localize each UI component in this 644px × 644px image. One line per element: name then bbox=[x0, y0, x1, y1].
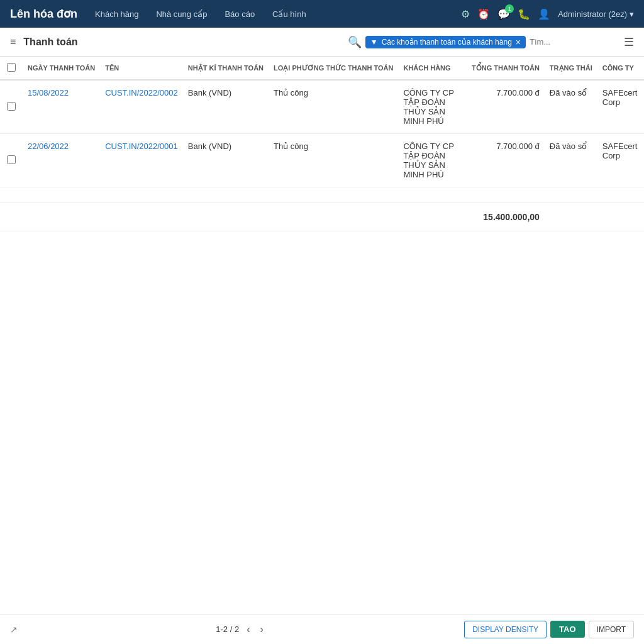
row-journal: Bank (VND) bbox=[183, 80, 269, 134]
prev-page-button[interactable]: ‹ bbox=[244, 624, 252, 635]
row-customer: CÔNG TY CP TẬP ĐOÀN THỦY SẢN MINH PHÚ bbox=[398, 134, 467, 187]
clock-icon[interactable]: ⏰ bbox=[477, 8, 490, 20]
total-amount-cell: 15.400.000,00 bbox=[467, 203, 545, 231]
user-icon[interactable]: 👤 bbox=[538, 8, 550, 20]
total-label-cell bbox=[0, 203, 467, 231]
search-button[interactable]: 🔍 bbox=[348, 35, 362, 49]
expand-icon[interactable]: ↗ bbox=[10, 625, 18, 635]
row-status: Đã vào sổ bbox=[545, 134, 597, 187]
table-row[interactable]: 15/08/2022 CUST.IN/2022/0002 Bank (VND) … bbox=[0, 80, 644, 134]
funnel-icon: ▼ bbox=[370, 38, 378, 47]
filter-close-button[interactable]: × bbox=[516, 38, 521, 47]
nav-item-khach-hang[interactable]: Khách hàng bbox=[92, 9, 141, 19]
header-company: CÔNG TY bbox=[597, 57, 644, 80]
chat-icon[interactable]: 💬 1 bbox=[497, 8, 510, 20]
next-page-button[interactable]: › bbox=[257, 624, 265, 635]
create-button[interactable]: TAO bbox=[550, 621, 584, 638]
nav-item-cau-hinh[interactable]: Cấu hình bbox=[270, 9, 309, 19]
header-journal: NHẬT KÍ THANH TOÁN bbox=[183, 57, 269, 80]
bug-icon[interactable]: 🐛 bbox=[518, 8, 530, 20]
row-journal: Bank (VND) bbox=[183, 134, 269, 187]
search-area: 🔍 ▼ Các khoản thanh toán của khách hàng … bbox=[348, 35, 634, 49]
total-row: 15.400.000,00 bbox=[0, 203, 644, 231]
header-customer: KHÁCH HÀNG bbox=[398, 57, 467, 80]
table-header-row: NGÀY THANH TOÁN TÊN NHẬT KÍ THANH TOÁN L… bbox=[0, 57, 644, 80]
gear-icon[interactable]: ⚙ bbox=[461, 8, 470, 20]
app-brand: Lên hóa đơn bbox=[10, 7, 77, 21]
row-date: 15/08/2022 bbox=[23, 80, 100, 134]
row-status: Đã vào sổ bbox=[545, 80, 597, 134]
separator-row bbox=[0, 187, 644, 203]
footer-left: ↗ bbox=[10, 625, 18, 635]
user-label: Administrator (2ez) bbox=[558, 9, 627, 19]
row-check-cell bbox=[0, 80, 23, 134]
payments-table: NGÀY THANH TOÁN TÊN NHẬT KÍ THANH TOÁN L… bbox=[0, 57, 644, 231]
header-method: LOẠI PHƯƠNG THỨC THANH TOÁN bbox=[269, 57, 398, 80]
filter-tag-text: Các khoản thanh toán của khách hàng bbox=[382, 38, 512, 47]
filter-tag: ▼ Các khoản thanh toán của khách hàng × bbox=[365, 36, 526, 48]
header-amount: TỔNG THANH TOÁN bbox=[467, 57, 545, 80]
row-checkbox[interactable] bbox=[7, 102, 16, 111]
nav-menu: Khách hàng Nhà cung cấp Báo cáo Cấu hình bbox=[92, 9, 461, 19]
nav-item-nha-cung-cap[interactable]: Nhà cung cấp bbox=[153, 9, 209, 19]
table-area: NGÀY THANH TOÁN TÊN NHẬT KÍ THANH TOÁN L… bbox=[0, 57, 644, 614]
row-name: CUST.IN/2022/0002 bbox=[100, 80, 183, 134]
total-empty-cell bbox=[545, 203, 644, 231]
row-method: Thủ công bbox=[269, 80, 398, 134]
sidebar-toggle-icon[interactable]: ≡ bbox=[10, 36, 16, 48]
list-view-icon[interactable]: ☰ bbox=[624, 35, 634, 49]
row-name: CUST.IN/2022/0001 bbox=[100, 134, 183, 187]
user-dropdown-icon: ▾ bbox=[630, 9, 634, 19]
footer-right: DISPLAY DENSITY TAO IMPORT bbox=[464, 621, 634, 638]
select-all-checkbox[interactable] bbox=[7, 63, 16, 72]
row-method: Thủ công bbox=[269, 134, 398, 187]
search-input[interactable] bbox=[530, 37, 618, 47]
page-title: Thanh toán bbox=[23, 36, 340, 48]
row-amount: 7.700.000 đ bbox=[467, 80, 545, 134]
row-amount: 7.700.000 đ bbox=[467, 134, 545, 187]
top-navigation: Lên hóa đơn Khách hàng Nhà cung cấp Báo … bbox=[0, 0, 644, 28]
display-density-button[interactable]: DISPLAY DENSITY bbox=[464, 621, 547, 638]
row-company: SAFEcert Corp bbox=[597, 134, 644, 187]
user-info[interactable]: Administrator (2ez) ▾ bbox=[558, 9, 634, 19]
header-status: TRẠNG THÁI bbox=[545, 57, 597, 80]
table-row[interactable]: 22/06/2022 CUST.IN/2022/0001 Bank (VND) … bbox=[0, 134, 644, 187]
header-name: TÊN bbox=[100, 57, 183, 80]
footer: ↗ 1-2 / 2 ‹ › DISPLAY DENSITY TAO IMPORT bbox=[0, 614, 644, 644]
header-check bbox=[0, 57, 23, 80]
nav-item-bao-cao[interactable]: Báo cáo bbox=[222, 9, 257, 19]
row-customer: CÔNG TY CP TẬP ĐOÀN THỦY SẢN MINH PHÚ bbox=[398, 80, 467, 134]
search-icon: 🔍 bbox=[348, 36, 362, 48]
row-date: 22/06/2022 bbox=[23, 134, 100, 187]
header-date: NGÀY THANH TOÁN bbox=[23, 57, 100, 80]
pagination-text: 1-2 / 2 bbox=[216, 625, 239, 634]
import-button[interactable]: IMPORT bbox=[589, 621, 634, 638]
row-check-cell bbox=[0, 134, 23, 187]
secondary-bar: ≡ Thanh toán 🔍 ▼ Các khoản thanh toán củ… bbox=[0, 28, 644, 57]
footer-center: 1-2 / 2 ‹ › bbox=[18, 624, 464, 635]
chat-badge: 1 bbox=[505, 4, 514, 13]
nav-right: ⚙ ⏰ 💬 1 🐛 👤 Administrator (2ez) ▾ bbox=[461, 8, 634, 20]
row-company: SAFEcert Corp bbox=[597, 80, 644, 134]
row-checkbox[interactable] bbox=[7, 155, 16, 164]
